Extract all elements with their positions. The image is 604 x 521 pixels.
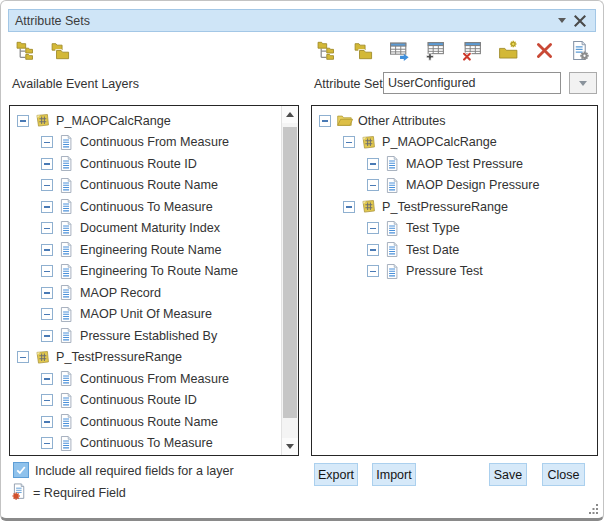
include-required-fields-checkbox[interactable] [13, 462, 29, 478]
collapse-minus-icon[interactable] [343, 136, 355, 148]
dialog-titlebar[interactable]: Attribute Sets [8, 9, 596, 32]
field-icon [58, 370, 75, 387]
collapse-all-button[interactable] [352, 39, 375, 62]
field-icon [384, 177, 401, 194]
folder-new-icon [498, 40, 519, 61]
tree-item[interactable]: Continuous To Measure [10, 196, 298, 218]
attribute-set-dropdown-button[interactable] [569, 72, 597, 94]
collapse-minus-icon[interactable] [41, 201, 53, 213]
table-arrow-icon [389, 40, 410, 61]
attribute-set-properties-button[interactable] [569, 39, 592, 62]
tree-item[interactable]: Continuous Route ID [10, 390, 298, 412]
export-button[interactable]: Export [314, 463, 358, 486]
new-attribute-set-button[interactable] [497, 39, 520, 62]
vertical-scrollbar[interactable] [281, 106, 298, 455]
scroll-up-button[interactable] [282, 106, 298, 123]
add-table-button[interactable] [424, 39, 447, 62]
collapse-minus-icon[interactable] [41, 158, 53, 170]
tree-expand-icon [317, 40, 338, 61]
collapse-minus-icon[interactable] [17, 115, 29, 127]
attribute-set-tree: Other AttributesP_MAOPCalcRangeMAOP Test… [312, 106, 597, 282]
collapse-dialog-button[interactable] [553, 12, 571, 30]
collapse-minus-icon[interactable] [367, 222, 379, 234]
tree-item[interactable]: Continuous From Measure [10, 132, 298, 154]
chevron-down-icon [558, 18, 566, 23]
chevron-down-icon [579, 81, 587, 86]
collapse-minus-icon[interactable] [41, 373, 53, 385]
tree-item[interactable]: MAOP Test Pressure [312, 153, 597, 175]
tree-item[interactable]: Continuous Route Name [10, 411, 298, 433]
resize-grip[interactable] [589, 504, 599, 514]
attribute-set-label: Attribute Set: [314, 77, 386, 91]
tree-item[interactable]: MAOP Record [10, 282, 298, 304]
tree-item[interactable]: P_MAOPCalcRange [10, 110, 298, 132]
close-button[interactable]: Close [542, 463, 585, 486]
collapse-minus-icon[interactable] [367, 244, 379, 256]
tree-item[interactable]: Pressure Established By [10, 325, 298, 347]
right-toolbar [316, 39, 592, 62]
collapse-minus-icon[interactable] [41, 330, 53, 342]
collapse-minus-icon[interactable] [41, 308, 53, 320]
tree-item-label: MAOP Design Pressure [406, 178, 539, 192]
tree-item[interactable]: MAOP Design Pressure [312, 175, 597, 197]
table-x-icon [462, 40, 483, 61]
collapse-minus-icon[interactable] [41, 222, 53, 234]
tree-item[interactable]: Engineering To Route Name [10, 261, 298, 283]
collapse-minus-icon[interactable] [41, 244, 53, 256]
tree-item[interactable]: Continuous From Measure [10, 368, 298, 390]
tree-item[interactable]: Other Attributes [312, 110, 597, 132]
tree-item[interactable]: P_MAOPCalcRange [312, 132, 597, 154]
collapse-minus-icon[interactable] [41, 136, 53, 148]
collapse-minus-icon[interactable] [367, 265, 379, 277]
tree-item-label: Test Date [406, 243, 459, 257]
remove-table-button[interactable] [461, 39, 484, 62]
collapse-minus-icon[interactable] [41, 394, 53, 406]
import-button[interactable]: Import [372, 463, 416, 486]
tree-item[interactable]: Engineering Route Name [10, 239, 298, 261]
tree-item-label: Continuous From Measure [80, 372, 229, 386]
tree-item[interactable]: Document Maturity Index [10, 218, 298, 240]
collapse-minus-icon[interactable] [319, 115, 331, 127]
field-icon [58, 134, 75, 151]
scrollbar-thumb[interactable] [283, 127, 297, 418]
tree-item-label: Continuous Route Name [80, 178, 218, 192]
tree-item-label: P_MAOPCalcRange [56, 114, 171, 128]
close-dialog-button[interactable] [571, 12, 589, 30]
tree-item[interactable]: Test Type [312, 218, 597, 240]
tree-item[interactable]: P_TestPressureRange [312, 196, 597, 218]
collapse-minus-icon[interactable] [17, 351, 29, 363]
expand-all-button[interactable] [15, 39, 38, 62]
expand-all-button[interactable] [316, 39, 339, 62]
layer-icon [360, 134, 377, 151]
collapse-all-button[interactable] [49, 39, 72, 62]
collapse-minus-icon[interactable] [41, 179, 53, 191]
tree-item[interactable]: P_TestPressureRange [10, 347, 298, 369]
checkmark-icon [15, 464, 27, 476]
field-icon [58, 177, 75, 194]
delete-attribute-set-button[interactable] [533, 39, 556, 62]
tree-item-label: Pressure Test [406, 264, 483, 278]
collapse-minus-icon[interactable] [367, 158, 379, 170]
field-icon [58, 435, 75, 452]
field-icon [384, 155, 401, 172]
collapse-minus-icon[interactable] [41, 265, 53, 277]
tree-item[interactable]: MAOP Unit Of Measure [10, 304, 298, 326]
collapse-minus-icon[interactable] [41, 287, 53, 299]
tree-expand-icon [16, 40, 37, 61]
tree-item[interactable]: Test Date [312, 239, 597, 261]
collapse-minus-icon[interactable] [41, 416, 53, 428]
table-plus-icon [425, 40, 446, 61]
tree-item[interactable]: Continuous Route ID [10, 153, 298, 175]
tree-item[interactable]: Continuous Route Name [10, 175, 298, 197]
collapse-minus-icon[interactable] [343, 201, 355, 213]
attribute-set-dropdown-input[interactable] [383, 72, 561, 94]
attribute-set-tree-panel: Other AttributesP_MAOPCalcRangeMAOP Test… [311, 105, 598, 456]
tree-item[interactable]: Continuous To Measure [10, 433, 298, 455]
collapse-minus-icon[interactable] [41, 437, 53, 449]
collapse-minus-icon[interactable] [367, 179, 379, 191]
save-button[interactable]: Save [489, 463, 527, 486]
tree-item[interactable]: Pressure Test [312, 261, 597, 283]
scroll-down-button[interactable] [282, 438, 298, 455]
tree-item-label: P_MAOPCalcRange [382, 135, 497, 149]
export-table-button[interactable] [388, 39, 411, 62]
